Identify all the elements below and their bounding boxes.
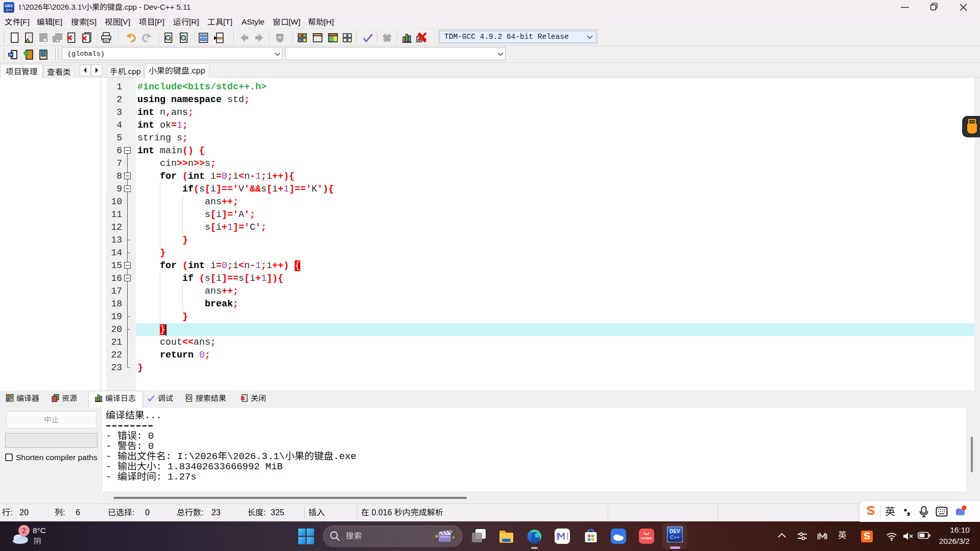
svg-text:HUAWEI: HUAWEI [641, 537, 652, 540]
svg-text:C++: C++ [6, 8, 12, 12]
svg-text:DEV: DEV [670, 529, 680, 534]
svg-text:C++: C++ [670, 535, 680, 540]
svg-text:DEV: DEV [5, 4, 13, 8]
